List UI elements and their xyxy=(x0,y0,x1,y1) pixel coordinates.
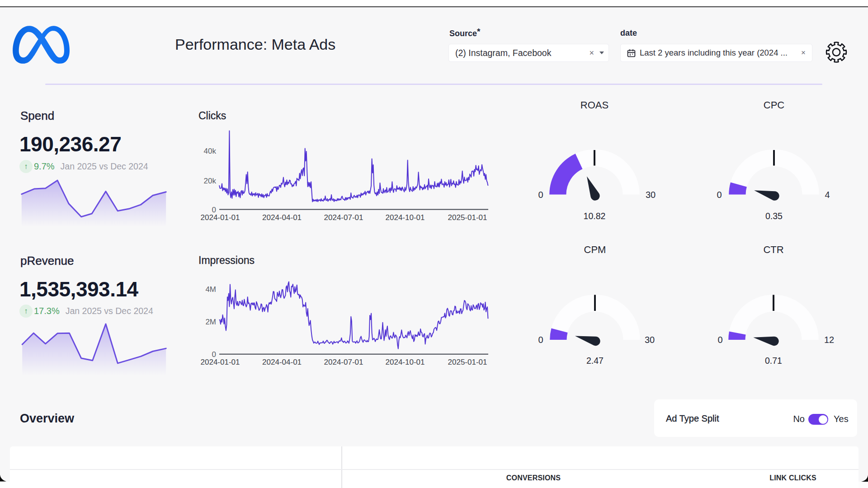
svg-text:0: 0 xyxy=(717,335,722,345)
svg-text:30: 30 xyxy=(646,190,656,200)
svg-text:2024-04-01: 2024-04-01 xyxy=(262,358,302,366)
svg-text:2024-07-01: 2024-07-01 xyxy=(324,213,363,222)
svg-text:2024-10-01: 2024-10-01 xyxy=(386,213,425,222)
svg-text:2M: 2M xyxy=(205,318,216,326)
svg-text:4M: 4M xyxy=(205,285,216,294)
svg-text:0: 0 xyxy=(538,335,543,345)
svg-text:20k: 20k xyxy=(204,177,217,185)
svg-text:12: 12 xyxy=(824,335,834,345)
svg-text:2024-04-01: 2024-04-01 xyxy=(262,213,302,222)
svg-text:4: 4 xyxy=(825,190,830,200)
svg-text:0.35: 0.35 xyxy=(765,211,783,221)
svg-text:0: 0 xyxy=(212,206,216,214)
svg-text:0: 0 xyxy=(538,190,543,200)
svg-text:CPC: CPC xyxy=(764,99,785,111)
svg-text:30: 30 xyxy=(645,335,655,345)
svg-text:2024-01-01: 2024-01-01 xyxy=(201,213,240,222)
svg-text:0: 0 xyxy=(717,190,722,200)
svg-text:ROAS: ROAS xyxy=(580,99,609,111)
svg-text:0.71: 0.71 xyxy=(765,356,782,366)
svg-text:2024-01-01: 2024-01-01 xyxy=(201,358,240,366)
svg-text:10.82: 10.82 xyxy=(584,211,606,221)
svg-text:40k: 40k xyxy=(204,147,217,155)
svg-text:2.47: 2.47 xyxy=(586,356,604,366)
svg-text:2024-10-01: 2024-10-01 xyxy=(386,358,425,366)
svg-text:CPM: CPM xyxy=(584,244,606,255)
svg-text:2024-07-01: 2024-07-01 xyxy=(324,358,363,366)
svg-text:2025-01-01: 2025-01-01 xyxy=(448,358,487,366)
svg-text:0: 0 xyxy=(212,350,216,359)
svg-text:2025-01-01: 2025-01-01 xyxy=(448,213,487,222)
svg-text:CTR: CTR xyxy=(763,244,783,255)
